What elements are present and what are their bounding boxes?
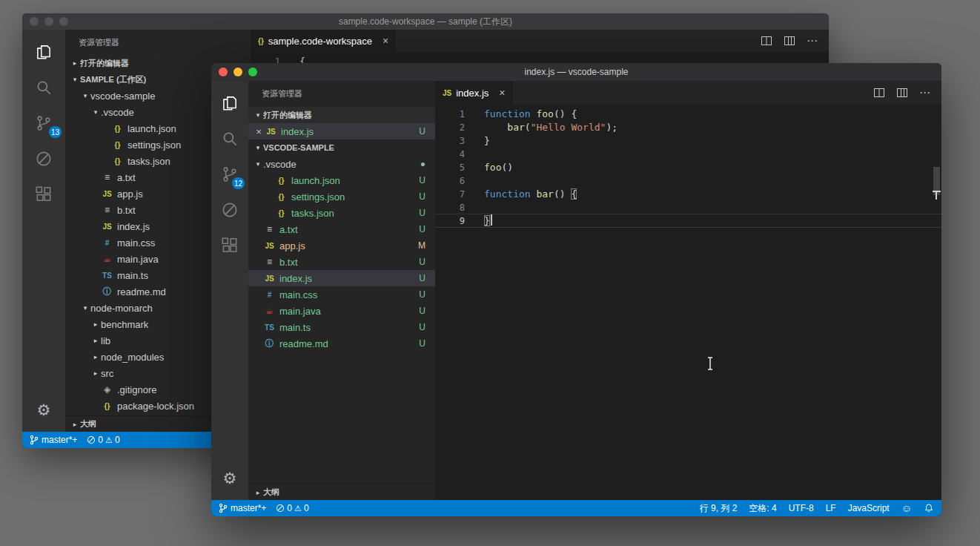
settings-gear-icon[interactable]: ⚙ xyxy=(37,393,51,427)
debug-icon[interactable] xyxy=(22,141,65,177)
chevron-down-icon: ▾ xyxy=(253,144,263,151)
more-actions-icon[interactable]: ⋯ xyxy=(807,34,818,47)
code-text: function foo() { xyxy=(465,108,577,121)
minimize-button[interactable] xyxy=(44,17,53,26)
code-line-6[interactable]: 6 xyxy=(435,174,941,188)
tree-item-launch.json[interactable]: {}launch.jsonU xyxy=(248,172,435,188)
git-badge: U xyxy=(419,257,426,267)
settings-gear-icon[interactable]: ⚙ xyxy=(223,461,237,496)
git-badge: U xyxy=(419,306,426,316)
status-item-2[interactable]: UTF-8 xyxy=(789,503,814,513)
file-label: main.java xyxy=(279,306,419,317)
sidebar-title: 资源管理器 xyxy=(248,81,435,107)
zoom-button[interactable] xyxy=(248,68,257,76)
editor-layout-icon[interactable] xyxy=(784,35,795,47)
status-item-4[interactable]: JavaScript xyxy=(848,503,890,513)
status-item-3[interactable]: LF xyxy=(826,503,836,513)
sidebar-title: 资源管理器 xyxy=(65,30,251,55)
status-item-1[interactable]: 空格: 4 xyxy=(749,502,776,515)
tab-sample-code-workspace[interactable]: {} sample.code-workspace × xyxy=(251,30,397,52)
css-file-icon: # xyxy=(101,239,113,247)
explorer-icon[interactable] xyxy=(211,85,248,121)
ts-file-icon: TS xyxy=(263,323,276,332)
close-tab-icon[interactable]: × xyxy=(499,87,505,99)
chevron-right-icon: ▸ xyxy=(90,353,101,361)
code-line-2[interactable]: 2 bar("Hello World"); xyxy=(435,121,941,134)
close-button[interactable] xyxy=(30,17,39,26)
open-editor-item-index-js[interactable]: × JS index.js U xyxy=(248,123,435,139)
tree-item-main.ts[interactable]: TSmain.tsU xyxy=(248,319,435,335)
code-line-4[interactable]: 4 xyxy=(435,148,941,161)
code-text: bar("Hello World"); xyxy=(465,121,618,134)
split-editor-icon[interactable] xyxy=(761,35,772,47)
extensions-icon[interactable] xyxy=(22,177,65,212)
feedback-smiley-icon[interactable]: ☺ xyxy=(901,502,912,514)
minimize-button[interactable] xyxy=(234,68,242,76)
code-line-5[interactable]: 5foo() xyxy=(435,161,941,174)
code-line-7[interactable]: 7function bar() { xyxy=(435,188,941,201)
close-button[interactable] xyxy=(219,68,228,76)
txt-file-icon: ≡ xyxy=(263,224,276,234)
git-branch-status[interactable]: master*+ xyxy=(219,503,266,513)
tree-item-app.js[interactable]: JSapp.jsM xyxy=(248,237,435,254)
zoom-button[interactable] xyxy=(59,17,68,26)
chevron-down-icon: ▾ xyxy=(253,160,263,168)
tree-item-readme.md[interactable]: ⓘreadme.mdU xyxy=(248,335,435,352)
close-tab-icon[interactable]: × xyxy=(383,35,388,47)
code-line-8[interactable]: 8 xyxy=(435,201,941,214)
tree-item-tasks.json[interactable]: {}tasks.jsonU xyxy=(248,205,435,221)
close-editor-icon[interactable]: × xyxy=(253,126,265,137)
code-text xyxy=(465,201,484,214)
debug-icon[interactable] xyxy=(211,192,248,228)
source-control-icon[interactable]: 13 xyxy=(22,105,65,141)
code-line-1[interactable]: 1function foo() { xyxy=(435,108,941,121)
tree-item-.vscode[interactable]: ▾.vscode● xyxy=(248,156,435,172)
activity-bar: 13 ⚙ xyxy=(22,30,65,432)
code-line-3[interactable]: 3} xyxy=(435,134,941,148)
editor-layout-icon[interactable] xyxy=(896,87,908,99)
md-file-icon: ⓘ xyxy=(263,338,276,350)
explorer-icon[interactable] xyxy=(22,34,65,70)
file-label: .vscode xyxy=(263,159,420,170)
git-badge: U xyxy=(419,322,426,332)
code-editor[interactable]: 1function foo() {2 bar("Hello World");3}… xyxy=(435,105,941,500)
split-editor-icon[interactable] xyxy=(873,87,885,99)
chevron-right-icon: ▸ xyxy=(70,421,80,428)
problems-status[interactable]: 0 ⚠ 0 xyxy=(87,435,119,445)
line-number: 9 xyxy=(435,214,465,228)
tree-item-settings.json[interactable]: {}settings.jsonU xyxy=(248,188,435,205)
tree-item-b.txt[interactable]: ≡b.txtU xyxy=(248,254,435,270)
java-file-icon: ☕ xyxy=(101,254,113,264)
chevron-right-icon: ▸ xyxy=(70,59,80,67)
outline-section[interactable]: ▸ 大纲 xyxy=(248,484,435,500)
window-title: sample.code-workspace — sample (工作区) xyxy=(339,16,512,28)
chevron-right-icon: ▸ xyxy=(90,337,101,344)
json-file-icon: {} xyxy=(275,209,288,217)
more-actions-icon[interactable]: ⋯ xyxy=(919,86,931,99)
titlebar-back[interactable]: sample.code-workspace — sample (工作区) xyxy=(22,13,829,30)
vscode-window-front[interactable]: index.js — vscode-sample 12 ⚙ 资源管理器 xyxy=(211,63,941,516)
folder-section-header[interactable]: ▾ VSCODE-SAMPLE xyxy=(248,139,435,156)
json-file-icon: {} xyxy=(275,177,288,185)
json-file-icon: {} xyxy=(101,402,113,410)
error-icon xyxy=(87,435,96,444)
tree-item-main.java[interactable]: ☕main.javaU xyxy=(248,303,435,319)
source-control-icon[interactable]: 12 xyxy=(211,157,248,192)
search-icon[interactable] xyxy=(22,70,65,105)
titlebar-front[interactable]: index.js — vscode-sample xyxy=(211,63,941,81)
chevron-down-icon: ▾ xyxy=(70,76,80,83)
tree-item-main.css[interactable]: #main.cssU xyxy=(248,286,435,303)
scm-badge: 12 xyxy=(232,177,245,189)
tree-item-a.txt[interactable]: ≡a.txtU xyxy=(248,221,435,237)
open-editors-header[interactable]: ▾ 打开的编辑器 xyxy=(248,107,435,123)
extensions-icon[interactable] xyxy=(211,228,248,263)
notifications-bell-icon[interactable] xyxy=(924,503,934,513)
tab-bar: JS index.js × ⋯ xyxy=(435,81,941,105)
git-branch-status[interactable]: master*+ xyxy=(30,435,77,445)
status-item-0[interactable]: 行 9, 列 2 xyxy=(700,502,738,515)
problems-status[interactable]: 0 ⚠ 0 xyxy=(276,503,308,513)
code-line-9[interactable]: 9} xyxy=(435,214,941,228)
tab-index-js[interactable]: JS index.js × xyxy=(435,81,514,105)
search-icon[interactable] xyxy=(211,121,248,157)
tree-item-index.js[interactable]: JSindex.jsU xyxy=(248,270,435,286)
